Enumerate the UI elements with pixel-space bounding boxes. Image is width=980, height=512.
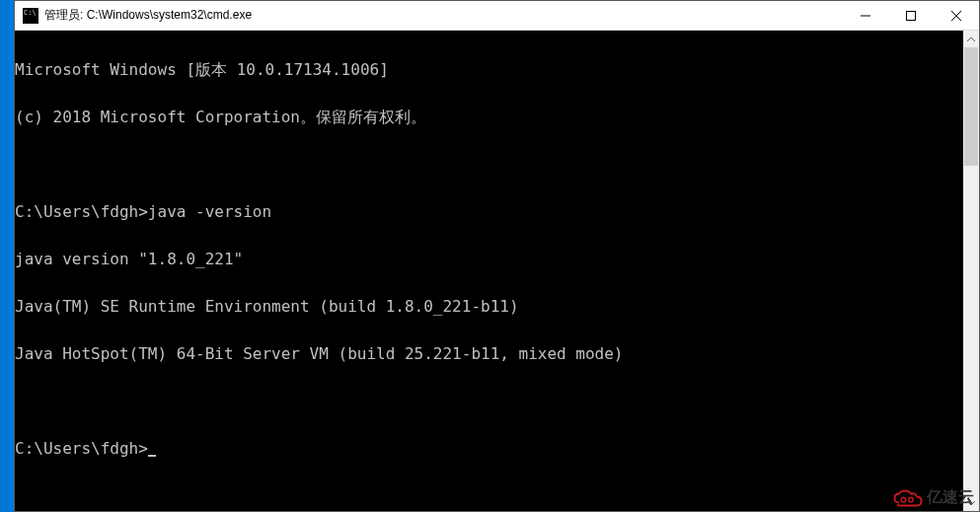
scrollbar-thumb[interactable] <box>964 47 978 166</box>
minimize-button[interactable] <box>843 1 888 30</box>
scrollbar-up-button[interactable] <box>963 31 979 47</box>
prompt-text: C:\Users\fdgh> <box>15 439 148 458</box>
desktop-edge <box>0 0 14 512</box>
maximize-button[interactable] <box>888 1 934 30</box>
terminal-container: Microsoft Windows [版本 10.0.17134.1006] (… <box>15 31 979 511</box>
output-line <box>15 157 963 173</box>
titlebar[interactable]: 管理员: C:\Windows\system32\cmd.exe <box>15 1 979 31</box>
output-line: Microsoft Windows [版本 10.0.17134.1006] <box>15 62 963 78</box>
output-line: (c) 2018 Microsoft Corporation。保留所有权利。 <box>15 110 963 125</box>
window-controls <box>843 1 979 30</box>
prompt-line: C:\Users\fdgh> <box>15 441 963 457</box>
watermark-text: 亿速云 <box>927 487 974 508</box>
vertical-scrollbar[interactable] <box>963 31 979 511</box>
watermark: 亿速云 <box>893 487 974 508</box>
maximize-icon <box>906 11 916 21</box>
output-line: Java(TM) SE Runtime Environment (build 1… <box>15 299 963 315</box>
close-icon <box>951 11 961 21</box>
output-line: C:\Users\fdgh>java -version <box>15 204 963 220</box>
watermark-logo-icon <box>893 488 923 508</box>
terminal-output[interactable]: Microsoft Windows [版本 10.0.17134.1006] (… <box>15 31 963 511</box>
output-line: java version "1.8.0_221" <box>15 252 963 267</box>
svg-rect-1 <box>907 11 916 20</box>
cmd-icon <box>23 8 38 24</box>
chevron-up-icon <box>967 36 975 43</box>
close-button[interactable] <box>934 1 979 30</box>
output-line <box>15 394 963 409</box>
output-line: Java HotSpot(TM) 64-Bit Server VM (build… <box>15 346 963 362</box>
cmd-window: 管理员: C:\Windows\system32\cmd.exe Microso… <box>14 0 980 512</box>
cursor <box>148 455 156 457</box>
svg-point-4 <box>901 497 906 502</box>
minimize-icon <box>861 11 870 21</box>
window-title: 管理员: C:\Windows\system32\cmd.exe <box>44 7 843 24</box>
svg-point-5 <box>909 497 914 502</box>
